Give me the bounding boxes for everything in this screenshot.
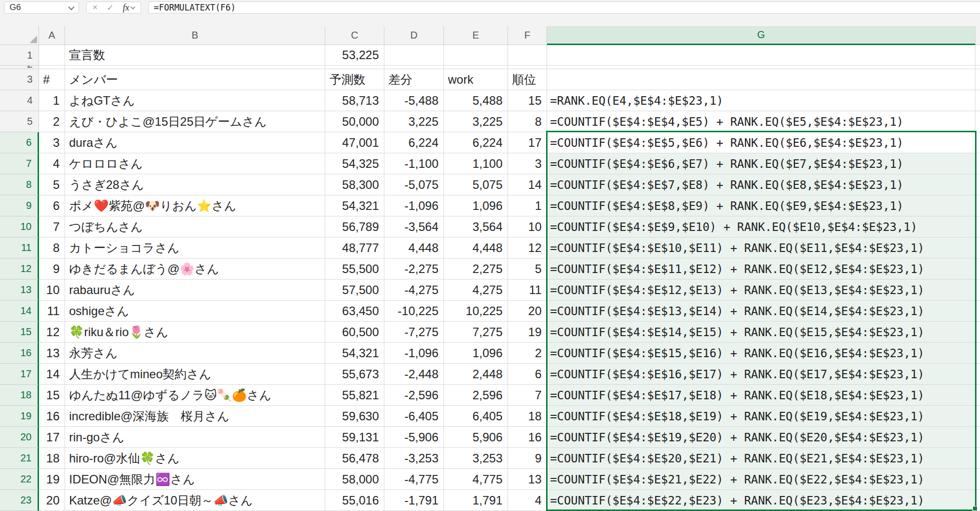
cell-B4[interactable]: よねGTさん xyxy=(65,90,325,111)
cell-E4[interactable]: 5,488 xyxy=(444,90,508,111)
cell-D10[interactable]: -3,564 xyxy=(384,216,444,237)
cell-G20[interactable]: =COUNTIF($E$4:$E$19,$E20) + RANK.EQ($E20… xyxy=(547,427,975,448)
cell-A22[interactable]: 19 xyxy=(39,469,65,490)
cell-A15[interactable]: 12 xyxy=(39,322,65,343)
cell-G4[interactable]: =RANK.EQ(E4,$E$4:$E$23,1) xyxy=(547,90,975,111)
row-header-7[interactable]: 7 xyxy=(0,153,39,174)
cancel-icon[interactable]: × xyxy=(93,3,98,13)
cell-F9[interactable]: 1 xyxy=(508,195,547,216)
cell-E3[interactable]: work xyxy=(444,69,508,90)
cell-D9[interactable]: -1,096 xyxy=(384,195,444,216)
cell-F10[interactable]: 10 xyxy=(508,216,547,237)
cell-E5[interactable]: 3,225 xyxy=(444,111,508,132)
cell-B18[interactable]: ゆんたぬ11@ゆずるノラ🐱🍡🍊さん xyxy=(65,385,325,406)
column-header-A[interactable]: A xyxy=(39,26,65,45)
formula-input[interactable]: =FORMULATEXT(F6) xyxy=(148,2,980,14)
cell-B11[interactable]: カトーショコラさん xyxy=(65,237,325,259)
enter-icon[interactable]: ✓ xyxy=(107,3,114,13)
cell-B3[interactable]: メンバー xyxy=(65,69,325,90)
cell-F1[interactable] xyxy=(508,45,547,66)
cell-A6[interactable]: 3 xyxy=(39,132,65,153)
column-header-C[interactable]: C xyxy=(325,26,384,45)
select-all-button[interactable] xyxy=(0,26,39,45)
cell-B8[interactable]: うさぎ28さん xyxy=(65,174,325,195)
cell-B10[interactable]: つぼちんさん xyxy=(65,216,325,237)
cell-G19[interactable]: =COUNTIF($E$4:$E$18,$E19) + RANK.EQ($E19… xyxy=(547,406,975,427)
cell-G14[interactable]: =COUNTIF($E$4:$E$13,$E14) + RANK.EQ($E14… xyxy=(547,301,975,322)
cell-D2[interactable] xyxy=(384,66,444,69)
cell-C19[interactable]: 59,630 xyxy=(325,406,384,427)
cell-B12[interactable]: ゆきだるまんぼう@🌸さん xyxy=(65,259,325,280)
cell-D22[interactable]: -4,775 xyxy=(384,469,444,490)
cell-A16[interactable]: 13 xyxy=(39,343,65,364)
cell-F4[interactable]: 15 xyxy=(508,90,547,111)
cell-A9[interactable]: 6 xyxy=(39,195,65,216)
cell-C7[interactable]: 54,325 xyxy=(325,153,384,174)
cell-D4[interactable]: -5,488 xyxy=(384,90,444,111)
cell-F3[interactable]: 順位 xyxy=(508,69,547,90)
cell-C3[interactable]: 予測数 xyxy=(325,69,384,90)
cell-E9[interactable]: 1,096 xyxy=(444,195,508,216)
cell-B14[interactable]: oshigeさん xyxy=(65,301,325,322)
row-header-15[interactable]: 15 xyxy=(0,322,39,343)
cell-F7[interactable]: 3 xyxy=(508,153,547,174)
row-header-19[interactable]: 19 xyxy=(0,406,39,427)
cell-D15[interactable]: -7,275 xyxy=(384,322,444,343)
row-header-22[interactable]: 22 xyxy=(0,469,39,490)
cell-C5[interactable]: 50,000 xyxy=(325,111,384,132)
cell-A17[interactable]: 14 xyxy=(39,364,65,385)
cell-G1[interactable] xyxy=(547,45,975,66)
cell-F15[interactable]: 19 xyxy=(508,322,547,343)
cell-E8[interactable]: 5,075 xyxy=(444,174,508,195)
cell-B19[interactable]: incredible@深海族 桜月さん xyxy=(65,406,325,427)
cell-E22[interactable]: 4,775 xyxy=(444,469,508,490)
cell-E16[interactable]: 1,096 xyxy=(444,343,508,364)
cell-C4[interactable]: 58,713 xyxy=(325,90,384,111)
row-header-9[interactable]: 9 xyxy=(0,195,39,216)
cell-E12[interactable]: 2,275 xyxy=(444,259,508,280)
cell-G2[interactable] xyxy=(547,66,975,69)
row-header-2[interactable]: 2 xyxy=(0,66,39,69)
cell-A18[interactable]: 15 xyxy=(39,385,65,406)
cell-G9[interactable]: =COUNTIF($E$4:$E$8,$E9) + RANK.EQ($E9,$E… xyxy=(547,195,975,216)
cell-G17[interactable]: =COUNTIF($E$4:$E$16,$E17) + RANK.EQ($E17… xyxy=(547,364,975,385)
fill-handle[interactable] xyxy=(972,506,977,511)
cell-C8[interactable]: 58,300 xyxy=(325,174,384,195)
cell-F14[interactable]: 20 xyxy=(508,301,547,322)
row-header-5[interactable]: 5 xyxy=(0,111,39,132)
cell-F18[interactable]: 7 xyxy=(508,385,547,406)
cell-F20[interactable]: 16 xyxy=(508,427,547,448)
cell-E18[interactable]: 2,596 xyxy=(444,385,508,406)
cell-A4[interactable]: 1 xyxy=(39,90,65,111)
cell-G15[interactable]: =COUNTIF($E$4:$E$14,$E15) + RANK.EQ($E15… xyxy=(547,322,975,343)
cell-G7[interactable]: =COUNTIF($E$4:$E$6,$E7) + RANK.EQ($E7,$E… xyxy=(547,153,975,174)
cell-F2[interactable] xyxy=(508,66,547,69)
cell-A12[interactable]: 9 xyxy=(39,259,65,280)
cell-F21[interactable]: 9 xyxy=(508,448,547,469)
row-header-16[interactable]: 16 xyxy=(0,343,39,364)
cell-F16[interactable]: 2 xyxy=(508,343,547,364)
cell-C21[interactable]: 56,478 xyxy=(325,448,384,469)
cell-D1[interactable] xyxy=(384,45,444,66)
cell-C15[interactable]: 60,500 xyxy=(325,322,384,343)
cell-F8[interactable]: 14 xyxy=(508,174,547,195)
name-box[interactable]: G6 xyxy=(4,2,79,14)
cell-D17[interactable]: -2,448 xyxy=(384,364,444,385)
row-header-8[interactable]: 8 xyxy=(0,174,39,195)
cell-G10[interactable]: =COUNTIF($E$4:$E$9,$E10) + RANK.EQ($E10,… xyxy=(547,216,975,237)
column-header-D[interactable]: D xyxy=(384,26,444,45)
cell-G22[interactable]: =COUNTIF($E$4:$E$21,$E22) + RANK.EQ($E22… xyxy=(547,469,975,490)
cell-D11[interactable]: 4,448 xyxy=(384,237,444,259)
cell-F22[interactable]: 13 xyxy=(508,469,547,490)
cell-G6[interactable]: =COUNTIF($E$4:$E$5,$E6) + RANK.EQ($E6,$E… xyxy=(547,132,975,153)
row-header-10[interactable]: 10 xyxy=(0,216,39,237)
cell-E21[interactable]: 3,253 xyxy=(444,448,508,469)
cell-E11[interactable]: 4,448 xyxy=(444,237,508,259)
cell-C6[interactable]: 47,001 xyxy=(325,132,384,153)
cell-B1[interactable]: 宣言数 xyxy=(65,45,325,66)
cell-A7[interactable]: 4 xyxy=(39,153,65,174)
cell-B7[interactable]: ケロロロさん xyxy=(65,153,325,174)
row-header-4[interactable]: 4 xyxy=(0,90,39,111)
cell-G3[interactable] xyxy=(547,69,975,90)
row-header-21[interactable]: 21 xyxy=(0,448,39,469)
